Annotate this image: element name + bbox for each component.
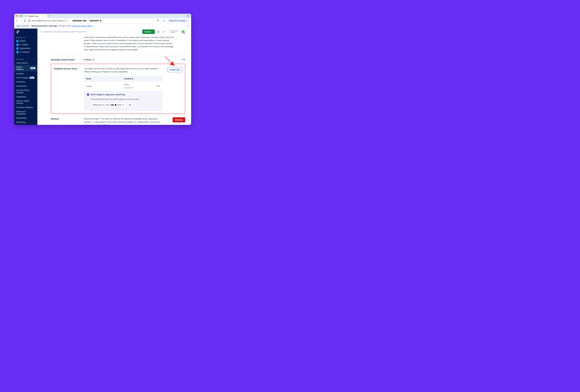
tablist-collapse-icon[interactable]: [186, 14, 190, 17]
k-value-display: K-Value: 10: [84, 58, 167, 61]
destroy-button[interactable]: Destroy: [173, 117, 185, 122]
chrome-profile-icon[interactable]: [163, 19, 166, 22]
sidebar-project-item[interactable]: [14, 50, 37, 54]
url-divider: [161, 19, 161, 22]
help-icon[interactable]: [157, 30, 160, 33]
instruction-text-fragment: code blocks. Break down explanations int…: [84, 35, 174, 51]
sidebar-item-networking[interactable]: Networking: [14, 116, 37, 120]
nav-forward-icon[interactable]: [20, 19, 22, 22]
app-body: PROJECTS MANAGE App Platform GenAI Platf…: [14, 28, 191, 125]
destroy-section: Destroy Destroy the agent. This does not…: [51, 117, 185, 125]
extensions-icon[interactable]: [156, 19, 159, 22]
url-path: /gen-ai/agents/: [52, 20, 65, 22]
secret-key-panel: i Don't forget to copy your secret key T…: [84, 91, 162, 110]
incident-title: Monitoring Alerts with tags: [31, 25, 57, 27]
avatar-menu-chevron-icon[interactable]: ⌄: [187, 31, 188, 33]
incident-open-label: Open incident: [16, 25, 29, 27]
incident-banner: Open incident Monitoring Alerts with tag…: [14, 23, 191, 28]
key-created-date: 02/19/2025: [124, 87, 153, 89]
user-avatar[interactable]: D: [181, 30, 185, 34]
svg-rect-9: [17, 32, 17, 33]
sidebar-manage-header[interactable]: MANAGE: [14, 58, 37, 61]
th-name: Name: [84, 76, 122, 82]
key-actions-menu-icon[interactable]: •••: [154, 83, 162, 90]
incident-status-link[interactable]: check our status page. ↗: [72, 25, 94, 27]
chrome-menu-icon[interactable]: ⋮: [186, 19, 188, 22]
sidebar-item-spaces[interactable]: Spaces Object Storage: [14, 99, 37, 105]
new-tab-button[interactable]: +: [48, 14, 51, 17]
th-created: Created at: [122, 76, 154, 82]
destroy-title: Destroy: [51, 117, 84, 120]
site-settings-icon[interactable]: [28, 19, 31, 22]
create-button[interactable]: Create: [142, 29, 155, 34]
bookmark-icon[interactable]: ☆: [153, 19, 155, 22]
edit-link[interactable]: Edit: [182, 58, 185, 61]
url-host: cloud.digitalocean.com: [32, 20, 51, 22]
tab-title: DigitalOcean: [28, 15, 39, 17]
svg-rect-15: [130, 104, 131, 105]
sidebar-item-kubernetes[interactable]: Kubernetes: [14, 84, 37, 88]
key-created-time: 17:51: [124, 83, 153, 86]
destroy-desc: Destroy the agent. This does not destroy…: [84, 117, 167, 125]
sidebar-project-item[interactable]: [14, 39, 37, 43]
window-traffic-lights: [15, 15, 22, 17]
window-minimize-dot[interactable]: [18, 15, 19, 17]
relaunch-label: Relaunch to update: [169, 20, 185, 22]
chevron-up-icon: [34, 59, 35, 60]
avatar-badge-icon: [184, 32, 185, 34]
sidebar-projects-header[interactable]: PROJECTS: [14, 36, 37, 39]
search-input[interactable]: Search by resource name or public IP (Cm…: [40, 31, 86, 33]
sidebar-item-volumes[interactable]: Volumes Block Storage: [14, 88, 37, 95]
chevron-up-icon: [34, 37, 35, 38]
sidebar-item-databases[interactable]: Databases: [14, 95, 37, 99]
svg-point-4: [29, 20, 29, 20]
window-close-dot[interactable]: [15, 15, 17, 17]
svg-line-11: [42, 32, 42, 33]
copy-key-button[interactable]: [128, 103, 132, 107]
secret-key-subtitle: The secret key won't be shown again for …: [91, 98, 159, 101]
relaunch-button[interactable]: Relaunch to update ⋮: [167, 19, 189, 22]
url-field[interactable]: cloud.digitalocean.com/gen-ai/agents/: [28, 19, 151, 22]
create-key-button[interactable]: Create Key: [167, 67, 182, 72]
chevron-down-icon: [151, 31, 153, 33]
browser-tab[interactable]: DigitalOcean ×: [24, 14, 47, 18]
secret-key-title: Don't forget to copy your secret key: [91, 93, 125, 96]
tab-close-icon[interactable]: ×: [44, 15, 45, 17]
svg-point-10: [40, 31, 42, 32]
svg-point-13: [158, 32, 159, 33]
sidebar-item-container-registry[interactable]: Container Registry: [14, 105, 37, 109]
sidebar-item-genai-platform[interactable]: GenAI PlatformNew: [14, 65, 37, 72]
main-column: Search by resource name or public IP (Cm…: [37, 28, 191, 125]
key-name: cursor: [84, 83, 122, 89]
content-scroll[interactable]: code blocks. Break down explanations int…: [37, 35, 191, 125]
endpoint-access-keys-section: Endpoint Access Keys Use Agent Access Ke…: [51, 64, 185, 114]
external-link-icon: ↗: [92, 25, 94, 27]
svg-rect-16: [129, 104, 130, 105]
semantic-search-section: Semantic Search Rules K-Value: 10 Edit: [51, 58, 185, 61]
window-fullscreen-dot[interactable]: [20, 15, 22, 17]
reload-icon[interactable]: [24, 19, 26, 22]
url-bar: cloud.digitalocean.com/gen-ai/agents/ ☆ …: [14, 18, 191, 23]
digitalocean-logo-icon[interactable]: [14, 28, 37, 35]
sidebar-item-app-platform[interactable]: App Platform: [14, 61, 37, 65]
sidebar-item-droplets[interactable]: Droplets: [14, 72, 37, 76]
sidebar-item-gpu-droplets[interactable]: GPU DropletsNew: [14, 76, 37, 80]
sidebar-project-item[interactable]: [14, 47, 37, 50]
tab-strip: DigitalOcean × +: [14, 14, 191, 18]
topbar-divider: [167, 30, 168, 34]
svg-rect-8: [17, 33, 17, 33]
search-placeholder: Search by resource name or public IP (Cm…: [44, 31, 86, 33]
access-keys-table: Name Created at cursor 17:51 02/19/2: [84, 76, 162, 111]
info-icon: i: [87, 93, 89, 96]
sidebar-item-monitoring[interactable]: Monitoring: [14, 120, 37, 124]
banner-close-icon[interactable]: ×: [187, 24, 189, 27]
sidebar-project-item[interactable]: [14, 43, 37, 47]
sidebar-item-backups[interactable]: Backups & Snapshots: [14, 109, 37, 116]
sidebar: PROJECTS MANAGE App Platform GenAI Platf…: [14, 28, 37, 125]
nav-back-icon[interactable]: [16, 19, 18, 22]
sidebar-item-functions[interactable]: Functions: [14, 80, 37, 84]
semantic-search-title: Semantic Search Rules: [51, 58, 84, 61]
section-divider: [51, 55, 185, 55]
notifications-icon[interactable]: [162, 30, 165, 33]
secret-key-field[interactable]: hbAfeZgc: [91, 102, 126, 107]
